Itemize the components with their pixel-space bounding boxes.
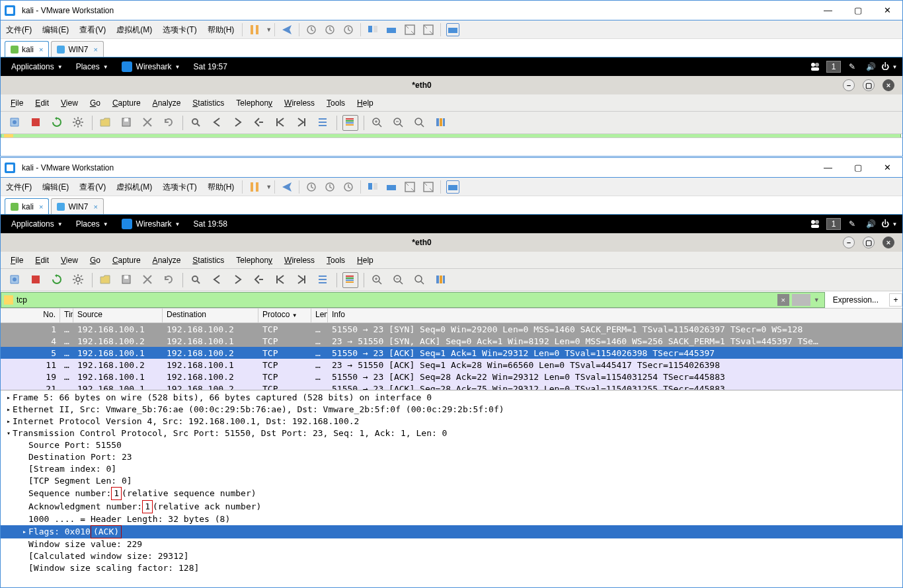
packet-row[interactable]: 1…192.168.100.1192.168.100.2TCP…51550 → …	[1, 323, 902, 335]
tcp-segment-len[interactable]: [TCP Segment Len: 0]	[1, 475, 902, 487]
users-icon[interactable]	[810, 219, 820, 229]
start-capture-icon[interactable]	[7, 272, 23, 288]
snapshot-icon[interactable]	[305, 23, 318, 36]
pause-icon[interactable]	[248, 180, 261, 194]
menu-statistics[interactable]: Statistics	[186, 98, 230, 108]
colorize-icon[interactable]	[342, 272, 358, 288]
menu-capture[interactable]: Capture	[106, 98, 147, 108]
close-tab-icon[interactable]: ×	[39, 46, 43, 54]
snapshot-icon[interactable]	[342, 23, 355, 36]
titlebar[interactable]: kali - VMware Workstation — ▢ ✕	[1, 158, 902, 178]
reload-icon[interactable]	[161, 272, 177, 288]
menu-go[interactable]: Go	[84, 256, 106, 265]
applications-menu[interactable]: Applications▼	[5, 62, 69, 71]
maximize-button[interactable]: ▢	[863, 237, 875, 248]
dropdown-icon[interactable]: ▼	[266, 26, 272, 33]
snapshot-icon[interactable]	[323, 23, 336, 36]
volume-icon[interactable]: 🔊	[865, 61, 876, 72]
close-tab-icon[interactable]: ×	[93, 46, 97, 54]
tcp-stream-index[interactable]: [Stream index: 0]	[1, 463, 902, 475]
tcp-ack-number[interactable]: Acknowledgment number: 1 (relative ack n…	[1, 500, 902, 513]
maximize-button[interactable]: ▢	[863, 79, 875, 91]
menu-telephony[interactable]: Telephony	[230, 256, 278, 265]
volume-icon[interactable]: 🔊	[865, 219, 876, 229]
restart-capture-icon[interactable]	[50, 272, 65, 288]
screen-icon[interactable]	[366, 23, 379, 36]
dropdown-icon[interactable]: ▼	[814, 297, 820, 303]
close-file-icon[interactable]	[140, 272, 156, 288]
zoom-reset-icon[interactable]	[412, 115, 428, 131]
tcp-seq-number[interactable]: Sequence number: 1 (relative sequence nu…	[1, 487, 902, 500]
power-icon[interactable]: ⏻▼	[884, 219, 894, 229]
menu-edit[interactable]: Edit	[29, 256, 55, 265]
places-menu[interactable]: Places▼	[69, 219, 115, 229]
menu-view[interactable]: View	[55, 98, 84, 108]
tab-kali[interactable]: kali×	[5, 198, 49, 214]
console-icon[interactable]	[446, 180, 459, 194]
display-filter-input[interactable]: tcp × ▼	[1, 292, 825, 308]
bookmark-icon[interactable]	[4, 134, 13, 138]
col-time[interactable]: Tim	[60, 309, 73, 322]
applications-menu[interactable]: Applications▼	[5, 219, 69, 229]
stop-capture-icon[interactable]	[28, 272, 44, 288]
fullscreen-icon[interactable]	[422, 23, 435, 36]
menu-wireless[interactable]: Wireless	[278, 256, 321, 265]
menu-vm[interactable]: 虚拟机(M)	[111, 178, 157, 196]
menu-tools[interactable]: Tools	[321, 98, 351, 108]
minimize-button[interactable]: –	[843, 237, 855, 248]
close-tab-icon[interactable]: ×	[93, 203, 97, 211]
colorize-icon[interactable]	[342, 115, 358, 131]
prev-icon[interactable]	[210, 272, 225, 288]
autoscroll-icon[interactable]	[315, 115, 331, 131]
brush-icon[interactable]: ✎	[847, 219, 857, 229]
col-destination[interactable]: Destination	[163, 309, 258, 322]
menu-view[interactable]: View	[55, 256, 84, 265]
tab-win7[interactable]: WIN7×	[51, 198, 103, 214]
tcp-scaling-factor[interactable]: [Window size scaling factor: 128]	[1, 562, 902, 574]
brush-icon[interactable]: ✎	[847, 61, 857, 72]
open-icon[interactable]	[98, 115, 114, 131]
send-icon[interactable]	[280, 180, 294, 194]
options-icon[interactable]	[71, 115, 87, 131]
menu-edit[interactable]: Edit	[29, 98, 55, 108]
workspace-indicator[interactable]: 1	[826, 218, 841, 230]
goto-icon[interactable]	[252, 272, 268, 288]
columns-icon[interactable]	[433, 115, 449, 131]
menu-tools[interactable]: Tools	[321, 256, 351, 265]
clear-filter-icon[interactable]: ×	[777, 294, 789, 306]
menu-tab[interactable]: 选项卡(T)	[157, 178, 202, 196]
col-info[interactable]: Info	[328, 309, 902, 322]
tcp-calc-window[interactable]: [Calculated window size: 29312]	[1, 550, 902, 562]
screen-icon[interactable]	[385, 23, 398, 36]
packet-row[interactable]: 11…192.168.100.2192.168.100.1TCP…23 → 51…	[1, 359, 902, 371]
packet-row[interactable]: 5…192.168.100.1192.168.100.2TCP…51550 → …	[1, 347, 902, 359]
menu-wireless[interactable]: Wireless	[278, 98, 321, 108]
fullscreen-icon[interactable]	[422, 180, 435, 194]
unity-icon[interactable]	[403, 23, 416, 36]
tcp-dest-port[interactable]: Destination Port: 23	[1, 451, 902, 463]
col-source[interactable]: Source	[73, 309, 163, 322]
prev-icon[interactable]	[210, 115, 225, 131]
snapshot-icon[interactable]	[342, 180, 355, 194]
minimize-button[interactable]: –	[843, 79, 855, 91]
menu-vm[interactable]: 虚拟机(M)	[111, 20, 157, 39]
autoscroll-icon[interactable]	[315, 272, 331, 288]
zoom-reset-icon[interactable]	[412, 272, 428, 288]
tab-kali[interactable]: kali×	[5, 41, 49, 57]
first-icon[interactable]	[273, 272, 289, 288]
menu-view[interactable]: 查看(V)	[74, 178, 111, 196]
goto-icon[interactable]	[252, 115, 268, 131]
app-wireshark[interactable]: Wireshark▼	[115, 219, 187, 229]
stop-capture-icon[interactable]	[28, 115, 44, 131]
dropdown-icon[interactable]: ▼	[266, 184, 272, 190]
menu-help[interactable]: Help	[351, 256, 379, 265]
col-length[interactable]: Len	[311, 309, 328, 322]
clock[interactable]: Sat 19:57	[187, 62, 806, 71]
first-icon[interactable]	[273, 115, 289, 131]
minimize-button[interactable]: —	[813, 158, 843, 177]
tree-frame[interactable]: ▸Frame 5: 66 bytes on wire (528 bits), 6…	[1, 392, 902, 404]
send-icon[interactable]	[280, 23, 294, 36]
menu-go[interactable]: Go	[84, 98, 106, 108]
packet-row[interactable]: 21…192.168.100.1192.168.100.2TCP…51550 →…	[1, 383, 902, 390]
workspace-indicator[interactable]: 1	[826, 61, 841, 73]
